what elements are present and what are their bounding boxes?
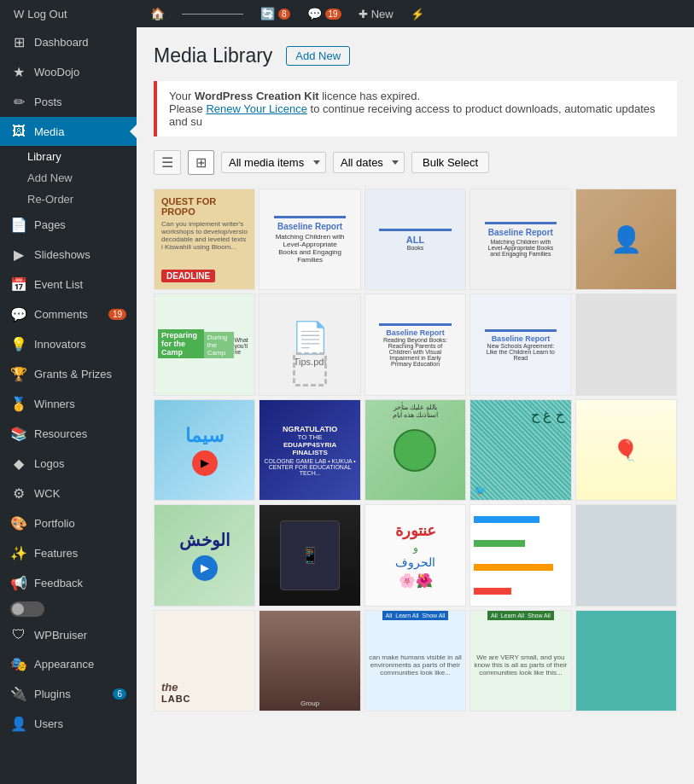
topbar-avatar[interactable]: W Log Out: [5, 0, 76, 27]
sidebar-item-innovators[interactable]: 💡 Innovators: [0, 329, 137, 359]
users-icon: 👤: [10, 716, 27, 732]
add-new-button[interactable]: Add New: [286, 46, 350, 66]
bulk-select-button[interactable]: Bulk Select: [411, 152, 489, 173]
media-item-13[interactable]: بالله عليك متأخر استأذنك هذه أيام: [364, 399, 466, 501]
media-type-filter[interactable]: All media items: [221, 152, 326, 173]
list-view-button[interactable]: ☰: [154, 150, 181, 175]
sidebar-item-logos[interactable]: ◆ Logos: [0, 449, 137, 479]
media-item-15[interactable]: 🎈: [575, 399, 677, 501]
media-item-17[interactable]: 📱: [259, 504, 360, 606]
sidebar-item-grants[interactable]: 🏆 Grants & Prizes: [0, 359, 137, 389]
sidebar-item-woodojo[interactable]: ★ WooDojo: [0, 57, 137, 87]
sidebar-item-label: Grants & Prizes: [34, 368, 112, 380]
sidebar-subitem-add-new[interactable]: Add New: [0, 167, 137, 189]
features-icon: ✨: [10, 545, 27, 561]
sidebar-subitem-library[interactable]: Library: [0, 146, 137, 167]
media-item-2[interactable]: Baseline Report Matching Children with L…: [259, 189, 360, 290]
grid-view-button[interactable]: ⊞: [188, 150, 214, 175]
media-item-19[interactable]: [469, 504, 571, 606]
sidebar-item-label: Users: [34, 717, 63, 730]
media-item-14[interactable]: خ غ ح 🐦: [469, 399, 571, 501]
sidebar-item-slideshows[interactable]: ▶ Slideshows: [0, 240, 137, 270]
sidebar-item-media[interactable]: 🖼 Media: [0, 117, 137, 146]
sidebar-item-label: Innovators: [34, 338, 86, 351]
date-filter[interactable]: All dates: [333, 152, 405, 173]
sidebar-item-label: Resources: [34, 427, 87, 440]
sidebar-item-label: Slideshows: [34, 248, 90, 261]
media-item-16[interactable]: الوخش ▶: [154, 504, 255, 606]
sidebar-item-label: Posts: [34, 96, 62, 108]
event-list-icon: 📅: [10, 276, 27, 293]
plugins-badge: 6: [113, 688, 126, 700]
sidebar-item-features[interactable]: ✨ Features: [0, 538, 137, 568]
sidebar-item-posts[interactable]: ✏ Posts: [0, 87, 137, 117]
sidebar-item-label: Logos: [34, 457, 64, 470]
sidebar-item-users[interactable]: 👤 Users: [0, 709, 137, 739]
media-item-23[interactable]: AllLearn AllShow All can make humans vis…: [364, 610, 466, 711]
topbar-new-label: New: [371, 8, 394, 20]
topbar-site-name[interactable]: ——————: [173, 0, 252, 27]
media-item-5[interactable]: 👤: [575, 189, 677, 290]
sidebar-item-wck[interactable]: ⚙ WCK: [0, 479, 137, 508]
sidebar-item-label: Appearance: [34, 658, 94, 671]
admin-topbar: W Log Out: [0, 0, 137, 27]
sidebar-item-comments[interactable]: 💬 Comments 19: [0, 299, 137, 329]
media-item-1[interactable]: QUEST FOR PROPO Can you implement writer…: [154, 189, 255, 290]
sidebar-item-label: WPBruiser: [34, 629, 87, 642]
sidebar-subitem-reorder[interactable]: Re-Order: [0, 189, 137, 210]
appearance-icon: 🎭: [10, 656, 27, 672]
media-item-11[interactable]: سيما ▶: [154, 399, 255, 501]
posts-icon: ✏: [10, 94, 27, 110]
sidebar-item-plugins[interactable]: 🔌 Plugins 6: [0, 679, 137, 709]
renew-licence-link[interactable]: Renew Your Licence: [206, 102, 307, 115]
media-item-4[interactable]: Baseline Report Matching Children with L…: [469, 189, 571, 290]
media-item-18[interactable]: عنتورة و الحروف 🌺🌸: [364, 504, 466, 606]
media-item-22[interactable]: Group: [259, 610, 360, 711]
feedback-icon: 📢: [10, 575, 27, 591]
innovators-icon: 💡: [10, 336, 27, 352]
sidebar-item-portfolio[interactable]: 🎨 Portfolio: [0, 508, 137, 538]
media-item-9[interactable]: Baseline Report New Schools Agreement: L…: [469, 293, 571, 395]
topbar-jetpack[interactable]: ⚡: [402, 0, 433, 27]
sidebar-item-dashboard[interactable]: ⊞ Dashboard: [0, 27, 137, 57]
logos-icon: ◆: [10, 456, 27, 472]
media-item-21[interactable]: the LABC: [154, 610, 255, 711]
comments-badge: 19: [108, 309, 126, 320]
media-item-20[interactable]: [575, 504, 677, 606]
sidebar-item-woo-toggle[interactable]: [0, 598, 137, 620]
sidebar-item-event-list[interactable]: 📅 Event List: [0, 270, 137, 299]
media-item-25[interactable]: [575, 610, 677, 711]
logout-link[interactable]: Log Out: [27, 8, 67, 20]
media-toolbar: ☰ ⊞ All media items All dates Bulk Selec…: [154, 150, 677, 175]
sidebar-item-wpbruiser[interactable]: 🛡 WPBruiser: [0, 620, 137, 649]
user-avatar: W: [14, 8, 24, 20]
topbar-new[interactable]: ✚ New: [350, 0, 402, 27]
topbar-home[interactable]: 🏠: [142, 0, 173, 27]
sidebar-item-pages[interactable]: 📄 Pages: [0, 210, 137, 240]
media-item-3[interactable]: ALL Books: [364, 189, 466, 290]
sidebar-item-label: Event List: [34, 278, 83, 291]
media-item-6[interactable]: Preparing for the Camp During the Camp W…: [154, 293, 255, 395]
media-item-7[interactable]: 📄 Tips.pdf: [259, 293, 360, 395]
library-label: Library: [27, 150, 61, 163]
sidebar-item-label: Pages: [34, 218, 66, 231]
sidebar-item-winners[interactable]: 🥇 Winners: [0, 389, 137, 419]
content-area: Media Library Add New Your WordPress Cre…: [137, 27, 694, 784]
updates-badge: 8: [278, 9, 290, 20]
topbar-updates[interactable]: 🔄 8: [252, 0, 299, 27]
plugins-icon: 🔌: [10, 686, 27, 702]
sidebar-item-appearance[interactable]: 🎭 Appearance: [0, 649, 137, 679]
sidebar-item-feedback[interactable]: 📢 Feedback: [0, 568, 137, 598]
sidebar-item-label: Winners: [34, 398, 75, 410]
main-topbar: 🏠 —————— 🔄 8 💬 19 ✚ New ⚡: [137, 0, 694, 27]
notice-text-before: Your: [169, 90, 195, 102]
topbar-comments[interactable]: 💬 19: [299, 0, 350, 27]
add-new-label: Add New: [27, 171, 73, 184]
sidebar-item-resources[interactable]: 📚 Resources: [0, 419, 137, 449]
media-item-12[interactable]: NGRATULATIO TO THE EDUAPP4SYRIA FINALIST…: [259, 399, 360, 501]
sidebar-item-label: Media: [34, 125, 64, 138]
media-item-8[interactable]: Baseline Report Reading Beyond Books: Re…: [364, 293, 466, 395]
media-item-10[interactable]: [575, 293, 677, 395]
media-item-24[interactable]: AllLearn AllShow All We are VERY small, …: [469, 610, 571, 711]
pdf-icon: 📄: [291, 322, 330, 353]
